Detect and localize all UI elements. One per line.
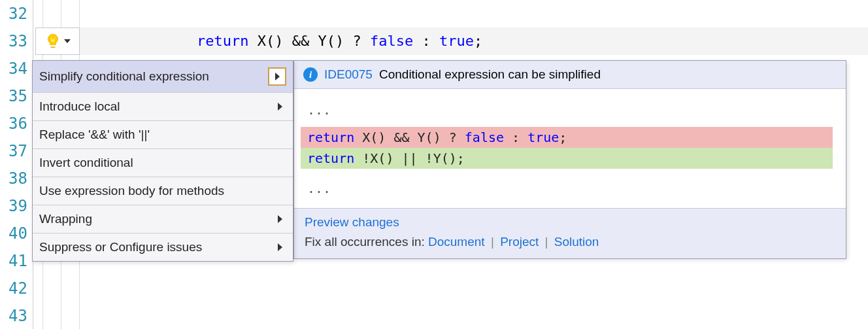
line-number: 43: [0, 302, 27, 329]
quick-action-label: Wrapping: [39, 212, 92, 226]
fix-scope-link[interactable]: Document: [428, 235, 485, 249]
quick-action-item[interactable]: Invert conditional: [33, 149, 293, 177]
code-token: X() && Y() ?: [248, 33, 369, 49]
chevron-right-icon: [278, 215, 282, 223]
code-line[interactable]: [86, 275, 868, 302]
line-number: 37: [0, 137, 27, 165]
line-number: 41: [0, 247, 27, 275]
fix-all-row: Fix all occurrences in: Document | Proje…: [305, 235, 835, 249]
chevron-down-icon: [64, 39, 71, 43]
separator: |: [485, 235, 497, 249]
lightbulb-icon: [44, 33, 61, 50]
quick-action-item[interactable]: Use expression body for methods: [33, 177, 293, 205]
quick-action-label: Replace '&&' with '||': [39, 128, 150, 142]
code-token: true: [527, 130, 559, 145]
code-line[interactable]: return X() && Y() ? false : true;: [46, 27, 868, 55]
diagnostic-message: Conditional expression can be simplified: [379, 67, 601, 82]
code-token: ;: [559, 130, 567, 145]
submenu-arrow-box[interactable]: [268, 67, 286, 86]
quick-action-item[interactable]: Simplify conditional expression: [33, 61, 293, 93]
quick-action-label: Introduce local: [39, 99, 120, 114]
preview-header: i IDE0075 Conditional expression can be …: [294, 61, 846, 89]
code-line[interactable]: [86, 302, 868, 329]
quick-action-label: Suppress or Configure issues: [39, 240, 202, 254]
ellipsis-marker: ...: [307, 98, 833, 127]
code-token: :: [413, 33, 439, 49]
line-number: 35: [0, 82, 27, 110]
line-number-gutter: 323334353637383940414243: [0, 0, 33, 329]
line-number: 33: [0, 27, 27, 55]
diff-added-line: return !X() || !Y();: [301, 148, 833, 169]
code-token: return: [307, 130, 354, 145]
code-token: false: [465, 130, 504, 145]
preview-footer: Preview changes Fix all occurrences in: …: [294, 208, 846, 258]
quick-action-item[interactable]: Suppress or Configure issues: [33, 234, 293, 261]
fix-all-label: Fix all occurrences in:: [305, 235, 425, 249]
line-number: 39: [0, 192, 27, 220]
line-number: 32: [0, 0, 27, 27]
code-token: return: [197, 33, 248, 49]
quick-action-item[interactable]: Wrapping: [33, 205, 293, 234]
quick-action-item[interactable]: Introduce local: [33, 93, 293, 121]
diff-removed-line: return X() && Y() ? false : true;: [301, 127, 833, 148]
separator: |: [539, 235, 550, 249]
diagnostic-id[interactable]: IDE0075: [324, 67, 373, 82]
chevron-right-icon: [275, 73, 280, 80]
preview-changes-link[interactable]: Preview changes: [305, 215, 399, 229]
code-token: return: [307, 150, 354, 166]
preview-diff-body: ... return X() && Y() ? false : true; re…: [294, 89, 846, 208]
code-token: ;: [474, 33, 482, 49]
ellipsis-marker: ...: [307, 169, 833, 201]
fix-scope-link[interactable]: Solution: [554, 235, 599, 249]
quick-action-label: Invert conditional: [39, 156, 133, 170]
info-icon: i: [303, 67, 318, 82]
code-token: !X() || !Y();: [354, 150, 465, 166]
quick-action-item[interactable]: Replace '&&' with '||': [33, 121, 293, 149]
code-token: true: [439, 33, 474, 49]
refactoring-preview-panel: i IDE0075 Conditional expression can be …: [293, 60, 846, 259]
chevron-right-icon: [278, 243, 282, 251]
line-number: 34: [0, 55, 27, 82]
quick-actions-lightbulb-button[interactable]: [35, 27, 80, 55]
line-number: 42: [0, 275, 27, 302]
code-token: false: [370, 33, 413, 49]
fix-scope-link[interactable]: Project: [500, 235, 539, 249]
line-number: 40: [0, 220, 27, 247]
line-number: 38: [0, 165, 27, 192]
code-token: X() && Y() ?: [354, 130, 465, 145]
line-number: 36: [0, 110, 27, 137]
quick-actions-menu: Simplify conditional expressionIntroduce…: [32, 60, 293, 262]
chevron-right-icon: [278, 103, 282, 111]
quick-action-label: Use expression body for methods: [39, 184, 224, 198]
code-token: :: [504, 130, 527, 145]
quick-action-label: Simplify conditional expression: [39, 69, 209, 84]
code-line[interactable]: [86, 0, 868, 27]
